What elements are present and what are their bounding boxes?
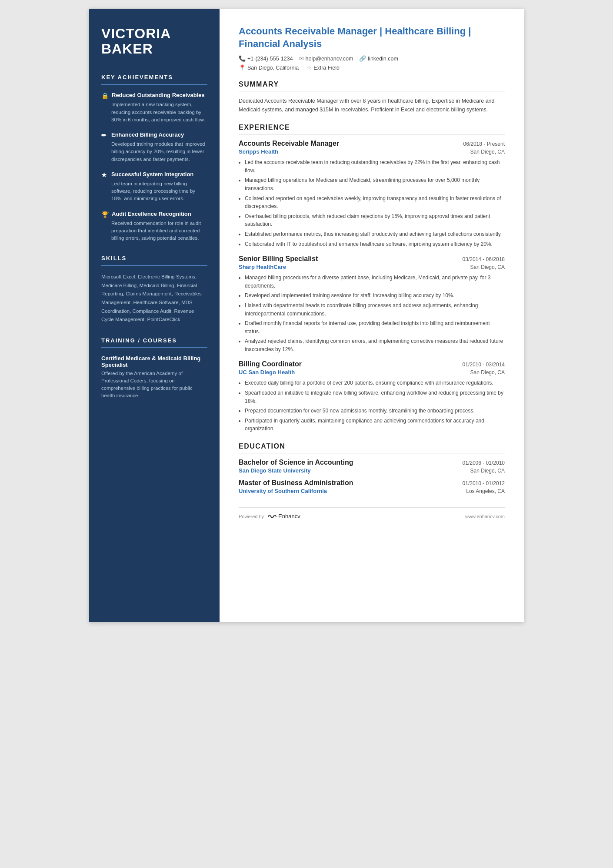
logo-svg [267,513,277,519]
achievement-title: ✏ Enhanced Billing Accuracy [101,131,207,139]
skills-divider [101,265,207,266]
experience-list: Accounts Receivable Manager 06/2018 - Pr… [239,140,505,433]
achievement-title-text: Enhanced Billing Accuracy [111,131,184,138]
footer-powered-by: Powered by Enhancv [239,513,300,519]
exp-bullets: Led the accounts receivable team in redu… [245,158,505,248]
summary-divider [239,91,505,91]
exp-location: San Diego, CA [470,264,505,270]
edu-school: University of Southern California [239,488,327,494]
candidate-name: VICTORIA BAKER [101,26,207,57]
exp-date: 01/2010 - 03/2014 [463,362,505,368]
bullet-item: Analyzed rejected claims, identifying co… [245,337,505,353]
experience-title: EXPERIENCE [239,124,505,131]
powered-by-text: Powered by [239,514,264,519]
exp-company-row: Scripps Health San Diego, CA [239,148,505,155]
edu-school: San Diego State University [239,467,310,474]
exp-role: Senior Billing Specialist [239,255,318,263]
email-contact: ✉ help@enhancv.com [299,55,353,62]
summary-text: Dedicated Accounts Receivable Manager wi… [239,97,505,114]
extra-value: Extra Field [313,65,340,71]
edu-date: 01/2010 - 01/2012 [463,480,505,486]
bullet-item: Collated and reported on aged receivable… [245,194,505,211]
bullet-item: Developed and implemented training sessi… [245,292,505,300]
email-icon: ✉ [299,55,304,62]
phone-icon: 📞 [239,55,246,62]
edu-location: Los Angeles, CA [466,488,505,494]
summary-title: SUMMARY [239,80,505,88]
exp-header: Senior Billing Specialist 03/2014 - 06/2… [239,255,505,263]
extra-contact: ☆ Extra Field [306,64,340,71]
bullet-item: Led the accounts receivable team in redu… [245,158,505,174]
training-list: Certified Medicare & Medicaid Billing Sp… [101,355,207,400]
edu-degree: Bachelor of Science in Accounting [239,459,353,466]
achievement-icon: 🏆 [101,211,109,218]
exp-header: Accounts Receivable Manager 06/2018 - Pr… [239,140,505,147]
education-divider [239,453,505,453]
achievement-title-text: Audit Excellence Recognition [112,211,191,217]
exp-company: Sharp HealthCare [239,264,286,270]
skills-title: SKILLS [101,255,207,261]
main-content: Accounts Receivable Manager | Healthcare… [220,9,524,622]
achievement-title-text: Reduced Outstanding Receivables [112,92,205,98]
achievement-title: ★ Successful System Integration [101,171,207,178]
training-item-title: Certified Medicare & Medicaid Billing Sp… [101,355,207,368]
bullet-item: Executed daily billing for a portfolio o… [245,379,505,387]
exp-bullets: Managed billing procedures for a diverse… [245,274,505,353]
location-contact: 📍 San Diego, California [239,64,299,71]
edu-degree: Master of Business Administration [239,479,353,487]
exp-location: San Diego, CA [470,149,505,155]
training-item: Certified Medicare & Medicaid Billing Sp… [101,355,207,400]
training-title: TRAINING / COURSES [101,337,207,344]
achievement-desc: Led team in integrating new billing soft… [101,180,207,203]
edu-school-row: University of Southern California Los An… [239,488,505,494]
experience-item: Billing Coordinator 01/2010 - 03/2014 UC… [239,360,505,433]
contact-row: 📞 +1-(234)-555-1234 ✉ help@enhancv.com 🔗… [239,55,505,62]
education-title: EDUCATION [239,442,505,450]
achievement-desc: Developed training modules that improved… [101,141,207,163]
bullet-item: Spearheaded an initiative to integrate n… [245,389,505,405]
edu-header: Master of Business Administration 01/201… [239,479,505,487]
education-item: Master of Business Administration 01/201… [239,479,505,494]
email-value: help@enhancv.com [306,56,353,62]
skills-text: Microsoft Excel, Electronic Billing Syst… [101,273,207,324]
achievement-item: 🏆 Audit Excellence Recognition Received … [101,211,207,242]
achievement-desc: Implemented a new tracking system, reduc… [101,101,207,124]
location-value: San Diego, California [247,65,299,71]
edu-location: San Diego, CA [470,468,505,474]
linkedin-icon: 🔗 [359,55,366,62]
bullet-item: Liaised with departmental heads to coord… [245,302,505,318]
exp-location: San Diego, CA [470,369,505,375]
bullet-item: Overhauled billing protocols, which redu… [245,212,505,228]
edu-header: Bachelor of Science in Accounting 01/200… [239,459,505,466]
training-divider [101,347,207,348]
exp-date: 03/2014 - 06/2018 [463,256,505,262]
experience-divider [239,134,505,134]
star-icon: ☆ [306,64,312,71]
enhancv-logo: Enhancv [267,513,300,519]
achievement-icon: ★ [101,171,108,178]
exp-company-row: Sharp HealthCare San Diego, CA [239,264,505,270]
bullet-item: Managed billing operations for Medicare … [245,176,505,192]
name-line2: BAKER [101,41,153,57]
achievement-title: 🔒 Reduced Outstanding Receivables [101,92,207,99]
exp-date: 06/2018 - Present [463,141,505,147]
exp-header: Billing Coordinator 01/2010 - 03/2014 [239,360,505,368]
resume-container: VICTORIA BAKER KEY ACHIEVEMENTS 🔒 Reduce… [89,9,524,622]
exp-company: UC San Diego Health [239,369,295,375]
phone-contact: 📞 +1-(234)-555-1234 [239,55,293,62]
location-row: 📍 San Diego, California ☆ Extra Field [239,64,505,71]
phone-value: +1-(234)-555-1234 [247,56,293,62]
achievement-desc: Received commendation for role in audit … [101,220,207,242]
training-item-desc: Offered by the American Academy of Profe… [101,370,207,400]
bullet-item: Drafted monthly financial reports for in… [245,319,505,335]
experience-item: Accounts Receivable Manager 06/2018 - Pr… [239,140,505,248]
sidebar: VICTORIA BAKER KEY ACHIEVEMENTS 🔒 Reduce… [89,9,220,622]
exp-company-row: UC San Diego Health San Diego, CA [239,369,505,375]
location-icon: 📍 [239,64,246,71]
exp-role: Accounts Receivable Manager [239,140,339,147]
achievement-title: 🏆 Audit Excellence Recognition [101,211,207,218]
achievement-title-text: Successful System Integration [111,171,193,178]
edu-date: 01/2006 - 01/2010 [463,460,505,466]
bullet-item: Collaborated with IT to troubleshoot and… [245,240,505,248]
name-line1: VICTORIA [101,26,171,41]
